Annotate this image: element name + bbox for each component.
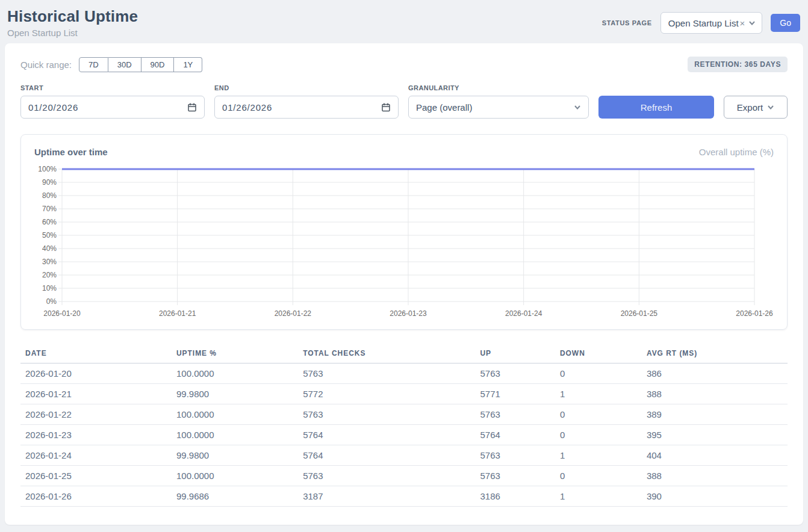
status-page-label: STATUS PAGE [602, 19, 652, 26]
table-cell: 0 [555, 404, 642, 425]
granularity-select[interactable]: Page (overall) [408, 96, 589, 119]
chevron-down-icon [574, 104, 581, 111]
table-cell: 100.0000 [172, 363, 298, 384]
svg-text:100%: 100% [38, 165, 57, 173]
quick-range-group: 7D30D90D1Y [79, 57, 202, 72]
table-row: 2026-01-2699.9686318731861390 [20, 486, 788, 507]
svg-text:40%: 40% [42, 244, 57, 253]
table-cell: 1 [555, 384, 642, 404]
svg-text:10%: 10% [42, 284, 57, 292]
svg-text:90%: 90% [42, 178, 57, 187]
table-row: 2026-01-23100.0000576457640395 [20, 425, 788, 445]
svg-text:2026-01-26: 2026-01-26 [736, 309, 773, 318]
calendar-icon[interactable] [381, 102, 391, 112]
uptime-chart-card: Uptime over time Overall uptime (%) 0%10… [20, 134, 788, 330]
page-subtitle: Open Startup List [7, 28, 138, 38]
page-title: Historical Uptime [7, 7, 138, 26]
chart-legend: Overall uptime (%) [699, 147, 774, 157]
main-panel: Quick range: 7D30D90D1Y RETENTION: 365 D… [5, 43, 803, 525]
export-button[interactable]: Export [724, 96, 788, 119]
table-cell: 2026-01-26 [20, 486, 172, 507]
start-date-input[interactable]: 01/20/2026 [20, 96, 205, 119]
svg-text:2026-01-22: 2026-01-22 [275, 309, 312, 318]
end-date-label: END [214, 84, 399, 91]
end-date-field: END 01/26/2026 [214, 84, 399, 119]
svg-text:30%: 30% [42, 258, 57, 266]
svg-text:2026-01-21: 2026-01-21 [159, 309, 196, 318]
table-cell: 5764 [298, 445, 475, 466]
quick-range-90d[interactable]: 90D [141, 57, 175, 72]
table-cell: 5764 [475, 425, 555, 445]
table-cell: 2026-01-22 [20, 404, 172, 425]
table-row: 2026-01-25100.0000576357630388 [20, 466, 788, 486]
column-header: TOTAL CHECKS [298, 344, 475, 363]
table-cell: 404 [642, 445, 788, 466]
table-cell: 5771 [475, 384, 555, 404]
table-cell: 5763 [298, 466, 475, 486]
table-row: 2026-01-20100.0000576357630386 [20, 363, 788, 384]
svg-text:2026-01-24: 2026-01-24 [505, 309, 542, 318]
table-cell: 99.9800 [172, 384, 298, 404]
table-cell: 5763 [298, 404, 475, 425]
table-row: 2026-01-2499.9800576457631404 [20, 445, 788, 466]
end-date-value: 01/26/2026 [222, 102, 272, 113]
go-button[interactable]: Go [771, 14, 800, 32]
quick-range-label: Quick range: [20, 60, 72, 70]
table-cell: 5772 [298, 384, 475, 404]
quick-range-1y[interactable]: 1Y [174, 57, 202, 72]
calendar-icon[interactable] [187, 102, 197, 112]
table-cell: 5763 [475, 445, 555, 466]
svg-text:20%: 20% [42, 271, 57, 279]
granularity-value: Page (overall) [416, 102, 472, 113]
table-header-row: DATEUPTIME %TOTAL CHECKSUPDOWNAVG RT (MS… [20, 344, 788, 363]
chart-header: Uptime over time Overall uptime (%) [31, 144, 777, 163]
table-cell: 99.9686 [172, 486, 298, 507]
table-cell: 99.9800 [172, 445, 298, 466]
table-cell: 0 [555, 466, 642, 486]
table-cell: 3186 [475, 486, 555, 507]
status-page-select[interactable]: Open Startup List × [660, 12, 763, 34]
topbar: Historical Uptime Open Startup List STAT… [0, 0, 808, 43]
quick-range-7d[interactable]: 7D [79, 57, 108, 72]
table-cell: 100.0000 [172, 425, 298, 445]
table-cell: 5763 [475, 466, 555, 486]
title-block: Historical Uptime Open Startup List [7, 7, 138, 38]
refresh-button[interactable]: Refresh [598, 96, 714, 119]
start-date-value: 01/20/2026 [28, 102, 78, 113]
topbar-right: STATUS PAGE Open Startup List × Go [602, 12, 800, 34]
table-cell: 2026-01-23 [20, 425, 172, 445]
quick-range-30d[interactable]: 30D [108, 57, 141, 72]
quick-range-row: Quick range: 7D30D90D1Y RETENTION: 365 D… [20, 57, 788, 72]
retention-badge: RETENTION: 365 DAYS [688, 57, 788, 72]
start-date-field: START 01/20/2026 [20, 84, 205, 119]
table-cell: 1 [555, 486, 642, 507]
chevron-down-icon [748, 19, 756, 26]
filter-fields-row: START 01/20/2026 END 01/26/2026 GRANULAR… [20, 84, 788, 119]
chevron-down-icon [767, 104, 774, 111]
table-cell: 386 [642, 363, 788, 384]
granularity-label: GRANULARITY [408, 84, 589, 91]
table-row: 2026-01-2199.9800577257711388 [20, 384, 788, 404]
svg-text:0%: 0% [46, 297, 57, 306]
table-cell: 388 [642, 384, 788, 404]
end-date-input[interactable]: 01/26/2026 [214, 96, 399, 119]
table-cell: 100.0000 [172, 404, 298, 425]
table-cell: 0 [555, 425, 642, 445]
svg-text:2026-01-25: 2026-01-25 [621, 309, 658, 318]
column-header: UP [475, 344, 555, 363]
clear-icon[interactable]: × [740, 19, 745, 28]
table-cell: 5763 [475, 404, 555, 425]
table-cell: 5764 [298, 425, 475, 445]
svg-text:70%: 70% [42, 205, 57, 213]
table-cell: 395 [642, 425, 788, 445]
table-cell: 1 [555, 445, 642, 466]
column-header: DATE [20, 344, 172, 363]
chart-title: Uptime over time [34, 147, 108, 157]
table-cell: 100.0000 [172, 466, 298, 486]
svg-text:2026-01-20: 2026-01-20 [43, 309, 81, 318]
svg-text:60%: 60% [42, 218, 57, 226]
table-row: 2026-01-22100.0000576357630389 [20, 404, 788, 425]
svg-text:80%: 80% [42, 191, 57, 200]
export-label: Export [737, 102, 763, 113]
uptime-line-chart: 0%10%20%30%40%50%60%70%80%90%100%2026-01… [31, 163, 778, 321]
